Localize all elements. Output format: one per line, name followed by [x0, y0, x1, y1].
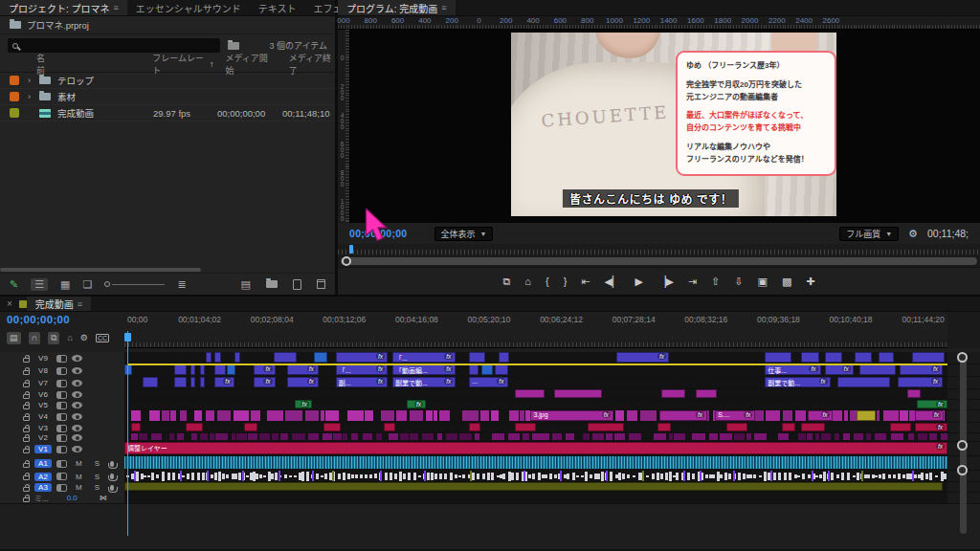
clip-segment[interactable]: [542, 433, 549, 440]
clip-segment[interactable]: [508, 433, 519, 440]
timeline-clip[interactable]: fx: [898, 377, 943, 387]
clip-segment[interactable]: [151, 433, 162, 440]
timeline-clip[interactable]: fx: [900, 364, 943, 375]
track-target-toggle[interactable]: V6: [34, 390, 52, 399]
track-lock-icon[interactable]: [23, 370, 30, 375]
clip-segment[interactable]: [131, 410, 140, 421]
clip-segment[interactable]: [753, 410, 764, 421]
automate-to-sequence-icon[interactable]: ▤: [241, 279, 251, 290]
program-playhead[interactable]: [349, 245, 353, 253]
clip-segment[interactable]: [766, 410, 780, 421]
timeline-clip[interactable]: [855, 352, 872, 363]
clip-segment[interactable]: [523, 433, 529, 440]
clip-segment[interactable]: [520, 410, 524, 421]
mark-in-icon[interactable]: {: [546, 276, 549, 287]
clip-segment[interactable]: [410, 410, 423, 421]
track-header-V9[interactable]: V9: [0, 352, 124, 364]
timeline-clip[interactable]: [124, 482, 943, 491]
track-lock-icon[interactable]: [23, 405, 30, 409]
clip-segment[interactable]: [778, 433, 789, 440]
timeline-clip[interactable]: [859, 364, 896, 375]
clip-segment[interactable]: [843, 433, 851, 440]
clip-segment[interactable]: [191, 433, 197, 440]
clip-segment[interactable]: [798, 433, 806, 440]
timeline-clip[interactable]: fx: [287, 364, 319, 375]
timeline-clip[interactable]: 調整レイヤーfx: [124, 442, 947, 454]
timeline-clip[interactable]: 3.jpgfx: [530, 410, 612, 421]
clip-segment[interactable]: [900, 410, 909, 421]
clip-segment[interactable]: [908, 433, 914, 440]
timeline-clip[interactable]: [801, 423, 824, 431]
timeline-clip[interactable]: [912, 352, 945, 363]
clip-segment[interactable]: [491, 410, 498, 421]
clip-segment[interactable]: [232, 433, 235, 440]
clip-segment[interactable]: [162, 410, 169, 421]
timeline-clip[interactable]: [174, 377, 187, 387]
clip-segment[interactable]: [410, 433, 417, 440]
clip-segment[interactable]: [248, 433, 257, 440]
track-visibility-eye-icon[interactable]: [72, 367, 82, 374]
track-header-V1[interactable]: V1: [0, 442, 124, 456]
lift-icon[interactable]: ⇧: [711, 276, 720, 287]
multicam-icon[interactable]: ▩: [782, 276, 791, 287]
track-lock-icon[interactable]: [23, 497, 30, 502]
track-lock-icon[interactable]: [23, 463, 30, 468]
track-header-V5[interactable]: V5: [0, 400, 124, 410]
program-scrollbar-knob[interactable]: [342, 256, 351, 266]
clip-segment[interactable]: [566, 433, 574, 440]
clip-segment[interactable]: [866, 433, 871, 440]
panel-tab-2[interactable]: テキスト: [250, 0, 305, 15]
new-item-icon[interactable]: [293, 279, 301, 290]
clip-segment[interactable]: [525, 410, 530, 421]
track-visibility-eye-icon[interactable]: [72, 434, 82, 441]
track-target-toggle[interactable]: V4: [34, 412, 52, 421]
add-marker-icon[interactable]: ⌂: [524, 276, 531, 287]
sync-lock-icon[interactable]: [56, 460, 67, 468]
track-lock-icon[interactable]: [23, 437, 30, 442]
scrollbar-knob[interactable]: [957, 352, 968, 363]
clip-segment[interactable]: [844, 410, 848, 421]
solo-toggle[interactable]: S: [95, 473, 100, 481]
clip-segment[interactable]: [437, 433, 443, 440]
clip-segment[interactable]: [321, 410, 324, 421]
timeline-sequence-tab[interactable]: 完成動画 ≡: [27, 297, 91, 311]
track-visibility-eye-icon[interactable]: [72, 355, 82, 362]
export-frame-icon[interactable]: ▣: [758, 276, 768, 287]
timeline-clip[interactable]: [554, 389, 602, 398]
timeline-clip[interactable]: [726, 423, 747, 431]
track-lane-A2[interactable]: [124, 471, 947, 481]
clip-segment[interactable]: [929, 433, 937, 440]
timeline-clip[interactable]: 副...fx: [336, 377, 388, 387]
track-header-V3[interactable]: V3: [0, 423, 124, 433]
clip-segment[interactable]: [877, 410, 880, 421]
clip-segment[interactable]: [854, 433, 862, 440]
step-back-icon[interactable]: ◀▏: [605, 276, 621, 287]
clip-segment[interactable]: [446, 433, 457, 440]
panel-tab-0[interactable]: プロジェクト: プロマネ≡: [0, 0, 127, 15]
clip-segment[interactable]: [614, 433, 625, 440]
sync-lock-icon[interactable]: [56, 355, 67, 363]
clip-segment[interactable]: [215, 433, 228, 440]
solo-toggle[interactable]: S: [95, 459, 100, 468]
clip-segment[interactable]: [815, 433, 819, 440]
mute-toggle[interactable]: M: [76, 459, 82, 468]
timeline-clip[interactable]: 「...fx: [336, 364, 388, 375]
timeline-clip[interactable]: [186, 423, 203, 431]
clip-segment[interactable]: [396, 410, 407, 421]
timeline-clip[interactable]: [907, 389, 921, 398]
clip-segment[interactable]: [821, 433, 831, 440]
list-view-icon[interactable]: ☰: [31, 278, 48, 291]
clip-segment[interactable]: [606, 433, 612, 440]
clip-segment[interactable]: [640, 410, 657, 421]
panel-menu-icon[interactable]: ≡: [78, 299, 82, 309]
timeline-clip[interactable]: [190, 377, 195, 387]
mark-out-icon[interactable]: }: [564, 276, 568, 287]
snap-icon[interactable]: ∩: [29, 332, 40, 344]
label-color-swatch[interactable]: [10, 76, 19, 85]
solo-toggle[interactable]: S: [95, 483, 100, 492]
scrollbar-knob[interactable]: [957, 440, 968, 451]
timeline-clip[interactable]: [174, 364, 187, 375]
timeline-clip[interactable]: fx: [917, 400, 947, 408]
track-header-V6[interactable]: V6: [0, 389, 124, 400]
timeline-clip[interactable]: [837, 377, 890, 387]
